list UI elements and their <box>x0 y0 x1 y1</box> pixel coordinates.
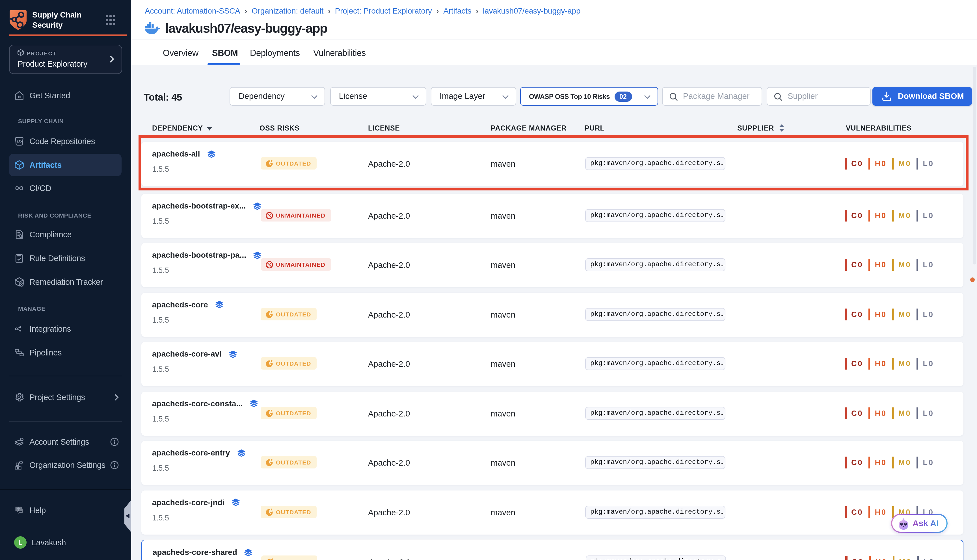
svg-text:?: ? <box>17 507 20 512</box>
